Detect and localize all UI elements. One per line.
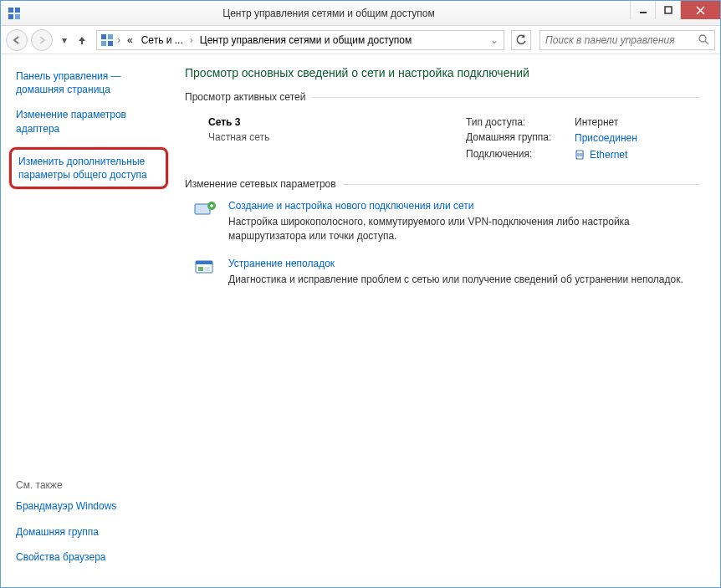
network-name: Сеть 3 [208, 116, 466, 128]
svg-rect-21 [196, 261, 212, 264]
svg-rect-1 [15, 8, 20, 13]
active-networks-header: Просмотр активных сетей [185, 91, 700, 103]
window-title: Центр управления сетями и общим доступом [28, 8, 630, 19]
connections-label: Подключения: [466, 148, 575, 161]
svg-rect-22 [198, 267, 203, 271]
breadcrumb-prefix[interactable]: « [124, 34, 136, 46]
up-button[interactable] [76, 34, 93, 46]
connection-name: Ethernet [590, 148, 627, 161]
setup-connection-item: Создание и настройка нового подключения … [193, 200, 700, 242]
navbar: ▾ › « Сеть и ... › Центр управления сетя… [1, 26, 720, 54]
svg-rect-3 [15, 14, 20, 19]
maximize-button[interactable] [655, 1, 680, 19]
content: Просмотр основных сведений о сети и наст… [176, 54, 720, 587]
sidebar-link-adapter[interactable]: Изменение параметров адаптера [16, 108, 165, 135]
see-also-heading: См. также [16, 479, 165, 491]
setup-connection-desc: Настройка широкополосного, коммутируемог… [228, 215, 700, 242]
back-button[interactable] [6, 29, 28, 51]
sidebar-link-advanced-sharing[interactable]: Изменить дополнительные параметры общего… [9, 147, 168, 189]
connection-link[interactable]: Ethernet [575, 148, 627, 161]
troubleshoot-link[interactable]: Устранение неполадок [228, 258, 683, 269]
minimize-button[interactable] [630, 1, 655, 19]
setup-connection-link[interactable]: Создание и настройка нового подключения … [228, 200, 700, 212]
access-type-value: Интернет [575, 116, 618, 128]
svg-rect-9 [108, 34, 113, 39]
close-button[interactable] [680, 1, 720, 19]
network-details: Тип доступа: Интернет Домашняя группа: П… [466, 116, 700, 165]
svg-point-12 [699, 35, 706, 42]
breadcrumb-seg-current[interactable]: Центр управления сетями и общим доступом [197, 34, 416, 46]
sidebar-link-browser[interactable]: Свойства браузера [16, 550, 165, 564]
network-row: Сеть 3 Частная сеть Тип доступа: Интерне… [185, 105, 700, 173]
divider [343, 184, 700, 185]
page-heading: Просмотр основных сведений о сети и наст… [185, 66, 700, 79]
history-dropdown[interactable]: ▾ [56, 34, 73, 46]
chevron-icon: › [115, 34, 122, 46]
active-networks-label: Просмотр активных сетей [185, 91, 305, 103]
network-type: Частная сеть [208, 131, 466, 143]
search-input[interactable] [545, 34, 698, 46]
window: Центр управления сетями и общим доступом… [0, 0, 721, 588]
troubleshoot-desc: Диагностика и исправление проблем с сеть… [228, 273, 683, 286]
svg-rect-5 [665, 7, 672, 13]
troubleshoot-icon [193, 258, 217, 278]
breadcrumb-dropdown[interactable]: ⌄ [488, 34, 500, 46]
see-also: См. также Брандмауэр Windows Домашняя гр… [16, 479, 165, 575]
window-controls [630, 1, 720, 25]
access-type-label: Тип доступа: [466, 116, 575, 128]
change-list: Создание и настройка нового подключения … [185, 192, 700, 286]
homegroup-link[interactable]: Присоединен [575, 131, 637, 145]
breadcrumb[interactable]: › « Сеть и ... › Центр управления сетями… [96, 30, 504, 50]
search-icon [698, 34, 709, 45]
network-identity: Сеть 3 Частная сеть [208, 116, 466, 165]
search-box[interactable] [539, 30, 715, 50]
forward-button[interactable] [31, 29, 53, 51]
sidebar: Панель управления — домашняя страница Из… [1, 54, 176, 587]
ethernet-icon [575, 149, 585, 161]
svg-rect-8 [101, 34, 106, 39]
svg-rect-11 [108, 41, 113, 46]
breadcrumb-icon [100, 33, 114, 47]
svg-line-13 [705, 41, 708, 44]
homegroup-label: Домашняя группа: [466, 131, 575, 145]
sidebar-link-firewall[interactable]: Брандмауэр Windows [16, 499, 165, 513]
setup-connection-icon [193, 200, 217, 220]
divider [312, 97, 700, 98]
change-settings-header: Изменение сетевых параметров [185, 178, 700, 190]
body: Панель управления — домашняя страница Из… [1, 54, 720, 587]
change-settings-label: Изменение сетевых параметров [185, 178, 336, 190]
svg-rect-2 [8, 14, 13, 19]
chevron-icon: › [188, 34, 195, 46]
sidebar-link-homegroup[interactable]: Домашняя группа [16, 525, 165, 539]
svg-rect-23 [205, 267, 210, 271]
svg-rect-0 [8, 8, 13, 13]
troubleshoot-item: Устранение неполадок Диагностика и испра… [193, 258, 700, 286]
breadcrumb-seg-network[interactable]: Сеть и ... [138, 34, 187, 46]
sidebar-link-home[interactable]: Панель управления — домашняя страница [16, 69, 165, 96]
svg-rect-10 [101, 41, 106, 46]
refresh-button[interactable] [511, 30, 531, 50]
app-icon [8, 7, 21, 20]
titlebar: Центр управления сетями и общим доступом [1, 1, 720, 26]
